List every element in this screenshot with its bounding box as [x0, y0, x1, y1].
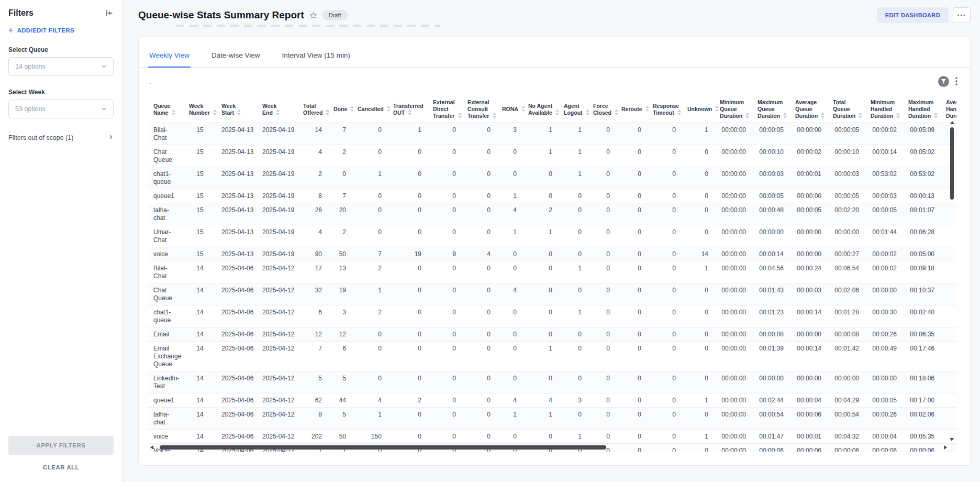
- tab-weekly-view[interactable]: Weekly View: [148, 51, 191, 68]
- sort-icon[interactable]: [645, 106, 650, 112]
- table-row[interactable]: queue1152025-04-132025-04-19870000100000…: [148, 189, 956, 203]
- sort-icon[interactable]: [585, 109, 590, 115]
- table-row[interactable]: Chat Queue142025-04-062025-04-1232191000…: [148, 283, 956, 305]
- sort-icon[interactable]: [820, 113, 825, 118]
- cell: 2025-04-12: [257, 393, 298, 408]
- column-header-total-offered[interactable]: Total Offered: [298, 96, 328, 123]
- table-row[interactable]: chat1-queue142025-04-062025-04-126320000…: [148, 305, 956, 327]
- column-header-unknown[interactable]: Unknown: [682, 96, 715, 123]
- sort-icon[interactable]: [715, 106, 719, 112]
- cell: 00:00:00: [828, 371, 865, 393]
- column-header-agent-logout[interactable]: Agent Logout: [559, 96, 588, 123]
- column-header-minimum-queue-duration[interactable]: Minimum Queue Duration: [715, 96, 752, 123]
- cell: 1: [559, 261, 588, 283]
- table-row[interactable]: Umar-Chat152025-04-132025-04-19420000110…: [148, 225, 956, 247]
- vertical-scrollbar-thumb[interactable]: [950, 127, 954, 200]
- scroll-up-arrow-icon[interactable]: [950, 121, 954, 124]
- cell: 0: [428, 167, 462, 189]
- cell: 0: [352, 327, 388, 342]
- cell: 00:00:05: [752, 189, 790, 203]
- vertical-scrollbar[interactable]: [950, 121, 954, 441]
- horizontal-scrollbar-thumb[interactable]: [160, 445, 606, 450]
- sort-icon[interactable]: [492, 113, 497, 118]
- sort-icon[interactable]: [677, 109, 682, 115]
- cell: 4: [497, 203, 523, 225]
- select-queue-dropdown[interactable]: 14 options: [8, 57, 114, 76]
- table-row[interactable]: Bilal-Chat152025-04-132025-04-1914701003…: [148, 123, 956, 145]
- more-options-button[interactable]: ···: [953, 7, 971, 23]
- sort-icon[interactable]: [325, 109, 330, 115]
- sort-icon[interactable]: [237, 109, 241, 115]
- column-header-average-handled-duration[interactable]: Average Handled Duration: [941, 96, 956, 123]
- column-header-week-start[interactable]: Week Start: [216, 96, 257, 123]
- cell: 0: [588, 327, 616, 342]
- column-header-rona[interactable]: RONA: [497, 96, 523, 123]
- horizontal-scrollbar-track[interactable]: [157, 445, 940, 450]
- scroll-down-arrow-icon[interactable]: [950, 438, 954, 441]
- table-row[interactable]: Bilal-Chat142025-04-062025-04-1217132000…: [148, 261, 956, 283]
- sort-icon[interactable]: [275, 109, 280, 115]
- column-header-external-direct-transfer[interactable]: External Direct Transfer: [428, 96, 462, 123]
- column-header-maximum-queue-duration[interactable]: Maximum Queue Duration: [752, 96, 790, 123]
- sort-icon[interactable]: [933, 113, 938, 118]
- cell: 0: [648, 145, 682, 167]
- column-header-done[interactable]: Done: [328, 96, 352, 123]
- column-header-minimum-handled-duration[interactable]: Minimum Handled Duration: [865, 96, 903, 123]
- table-row[interactable]: Chat Queue152025-04-132025-04-1942000001…: [148, 145, 956, 167]
- filters-out-of-scope[interactable]: Filters out of scope (1): [8, 134, 114, 141]
- cell: 14: [184, 261, 216, 283]
- edit-dashboard-button[interactable]: EDIT DASHBOARD: [877, 7, 949, 23]
- column-header-average-queue-duration[interactable]: Average Queue Duration: [790, 96, 828, 123]
- table-row[interactable]: voice152025-04-132025-04-199050719940000…: [148, 247, 956, 261]
- clear-all-button[interactable]: CLEAR ALL: [8, 464, 114, 470]
- star-icon[interactable]: [309, 12, 317, 19]
- table-row[interactable]: chat1-queue152025-04-132025-04-192010000…: [148, 167, 956, 189]
- sort-icon[interactable]: [745, 113, 750, 118]
- column-header-cancelled[interactable]: Cancelled: [352, 96, 388, 123]
- sort-icon[interactable]: [555, 109, 560, 115]
- cell: 00:00:10: [752, 145, 790, 167]
- column-header-force-closed[interactable]: Force Closed: [588, 96, 616, 123]
- apply-filters-button[interactable]: APPLY FILTERS: [8, 436, 114, 455]
- sort-icon[interactable]: [458, 113, 462, 118]
- cell: 0: [428, 145, 462, 167]
- column-header-transferred-out[interactable]: Transferred OUT: [388, 96, 428, 123]
- column-header-response-timeout[interactable]: Response Timeout: [648, 96, 682, 123]
- table-row[interactable]: LinkedIn-Test142025-04-062025-04-1255000…: [148, 371, 956, 393]
- column-header-week-number[interactable]: Week Number: [184, 96, 216, 123]
- table-filter-icon[interactable]: [938, 76, 949, 87]
- table-row[interactable]: talha-chat142025-04-062025-04-1285100011…: [148, 408, 956, 430]
- sort-icon[interactable]: [614, 109, 619, 115]
- scroll-left-arrow-icon[interactable]: [150, 445, 153, 450]
- sort-icon[interactable]: [386, 106, 391, 112]
- tab-date-wise-view[interactable]: Date-wise View: [210, 51, 261, 68]
- column-header-queue-name[interactable]: Queue Name: [148, 96, 184, 123]
- column-header-week-end[interactable]: Week End: [257, 96, 298, 123]
- sort-icon[interactable]: [521, 106, 526, 112]
- collapse-sidebar-icon[interactable]: [105, 9, 114, 17]
- table-row[interactable]: voice142025-04-062025-04-122025015000000…: [148, 430, 956, 444]
- table-row[interactable]: talha-chat152025-04-132025-04-1926200000…: [148, 203, 956, 225]
- table-row[interactable]: queue1142025-04-062025-04-12624442004430…: [148, 393, 956, 408]
- cell: 0: [428, 342, 462, 371]
- add-edit-filters-button[interactable]: + ADD/EDIT FILTERS: [8, 27, 114, 34]
- column-header-maximum-handled-duration[interactable]: Maximum Handled Duration: [903, 96, 941, 123]
- column-header-no-agent-available[interactable]: No Agent Available: [523, 96, 559, 123]
- column-header-reroute[interactable]: Reroute: [616, 96, 648, 123]
- table-row[interactable]: Email Exchange Queue142025-04-062025-04-…: [148, 342, 956, 371]
- kebab-menu-icon[interactable]: [955, 77, 957, 85]
- scroll-right-arrow-icon[interactable]: [944, 445, 947, 450]
- sort-icon[interactable]: [858, 113, 863, 118]
- select-week-dropdown[interactable]: 53 options: [8, 100, 114, 118]
- column-header-external-consult-transfer[interactable]: External Consult Transfer: [462, 96, 497, 123]
- sort-icon[interactable]: [213, 109, 217, 115]
- sort-icon[interactable]: [350, 106, 354, 112]
- horizontal-scrollbar[interactable]: [150, 445, 947, 450]
- sort-icon[interactable]: [407, 109, 412, 115]
- table-row[interactable]: Email142025-04-062025-04-121212000000000…: [148, 327, 956, 342]
- tab-interval-view[interactable]: Interval View (15 min): [281, 51, 351, 68]
- sort-icon[interactable]: [896, 113, 900, 118]
- sort-icon[interactable]: [783, 113, 787, 118]
- sort-icon[interactable]: [171, 109, 176, 115]
- column-header-total-queue-duration[interactable]: Total Queue Duration: [828, 96, 865, 123]
